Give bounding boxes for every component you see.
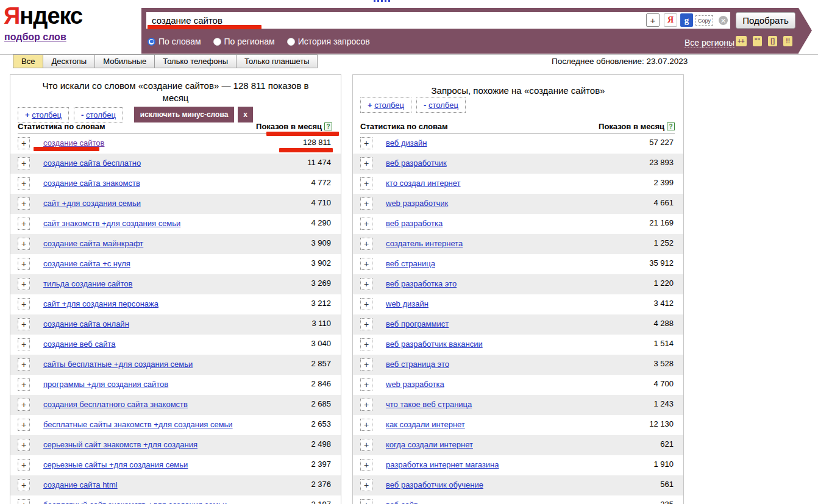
keyword-link[interactable]: веб дизайн (386, 138, 427, 147)
expand-plus-button[interactable]: + (360, 439, 372, 451)
keyword-link[interactable]: веб разработка (386, 219, 443, 228)
expand-plus-button[interactable]: + (18, 399, 30, 411)
expand-plus-button[interactable]: + (360, 479, 372, 491)
expand-plus-button[interactable]: + (18, 157, 30, 169)
keyword-link[interactable]: сайт знакомств +для создания семьи (43, 219, 180, 228)
keyword-link[interactable]: когда создали интернет (386, 440, 473, 449)
keyword-link[interactable]: как создали интернет (386, 420, 465, 429)
keyword-link[interactable]: создание веб сайта (43, 339, 115, 349)
expand-plus-button[interactable]: + (360, 298, 372, 310)
remove-column-button[interactable]: - столбец (416, 98, 466, 113)
expand-plus-button[interactable]: + (360, 338, 372, 350)
keyword-link[interactable]: кто создал интернет (386, 179, 461, 188)
expand-plus-button[interactable]: + (360, 278, 372, 290)
search-mode-radio[interactable]: По регионам (213, 37, 275, 46)
clear-input-icon[interactable]: ✕ (719, 16, 728, 25)
operator-button[interactable]: !! (783, 36, 792, 46)
expand-plus-button[interactable]: + (18, 499, 30, 504)
operator-button[interactable]: "" (753, 36, 762, 46)
keyword-link[interactable]: серьезный сайт знакомств +для создания (43, 440, 197, 449)
expand-plus-button[interactable]: + (360, 419, 372, 431)
expand-plus-button[interactable]: + (18, 419, 30, 431)
expand-plus-button[interactable]: + (18, 137, 30, 149)
device-tab[interactable]: Только телефоны (154, 54, 237, 68)
expand-plus-button[interactable]: + (18, 197, 30, 210)
expand-plus-button[interactable]: + (360, 358, 372, 371)
expand-plus-button[interactable]: + (18, 479, 30, 491)
keyword-link[interactable]: веб разработчик обучение (386, 480, 483, 489)
add-extension-icon[interactable]: + (646, 13, 660, 27)
expand-plus-button[interactable]: + (360, 238, 372, 250)
expand-plus-button[interactable]: + (360, 157, 372, 169)
keyword-link[interactable]: веб разработка это (386, 279, 457, 288)
keyword-link[interactable]: веб программист (386, 319, 449, 328)
yandex-logo[interactable]: Яндекс (4, 4, 82, 28)
keyword-link[interactable]: веб страница (386, 259, 435, 268)
expand-plus-button[interactable]: + (18, 378, 30, 391)
keyword-link[interactable]: создание сайта онлайн (43, 319, 129, 328)
keyword-link[interactable]: web дизайн (386, 299, 429, 308)
operator-button[interactable]: ++ (736, 36, 747, 46)
expand-plus-button[interactable]: + (18, 439, 30, 451)
device-tab[interactable]: Все (13, 54, 43, 68)
expand-plus-button[interactable]: + (18, 358, 30, 371)
search-mode-radio[interactable]: По словам (148, 37, 201, 46)
expand-plus-button[interactable]: + (18, 459, 30, 471)
keyword-link[interactable]: программы +для создания сайтов (43, 380, 168, 389)
expand-plus-button[interactable]: + (360, 459, 372, 471)
keyword-link[interactable]: веб сайт (386, 500, 418, 504)
expand-plus-button[interactable]: + (18, 278, 30, 290)
expand-plus-button[interactable]: + (18, 338, 30, 350)
copy-button[interactable]: Copy (695, 15, 713, 26)
expand-plus-button[interactable]: + (18, 238, 30, 250)
expand-plus-button[interactable]: + (360, 137, 372, 149)
expand-plus-button[interactable]: + (18, 298, 30, 310)
wordstat-service-link[interactable]: подбор слов (4, 32, 66, 43)
add-column-button[interactable]: + столбец (360, 98, 411, 113)
remove-column-button[interactable]: - столбец (74, 107, 123, 122)
expand-plus-button[interactable]: + (360, 258, 372, 270)
keyword-link[interactable]: создание сайта html (43, 480, 118, 489)
search-mode-radio[interactable]: История запросов (287, 37, 370, 46)
expand-plus-button[interactable]: + (18, 318, 30, 330)
device-tab[interactable]: Десктопы (43, 54, 95, 68)
expand-plus-button[interactable]: + (360, 318, 372, 330)
expand-plus-button[interactable]: + (18, 218, 30, 230)
keyword-link[interactable]: сайт +для создания семьи (43, 199, 141, 208)
add-column-button[interactable]: + столбец (18, 107, 69, 122)
expand-plus-button[interactable]: + (360, 177, 372, 190)
all-regions-link[interactable]: Все регионы (685, 38, 734, 48)
keyword-link[interactable]: веб страница это (386, 360, 449, 369)
keyword-link[interactable]: сайт +для создания персонажа (43, 299, 158, 308)
expand-plus-button[interactable]: + (360, 218, 372, 230)
device-tab[interactable]: Только планшеты (236, 54, 318, 68)
keyword-link[interactable]: создание сайтов (43, 138, 104, 147)
keyword-link[interactable]: сайты бесплатные +для создания семьи (43, 360, 193, 369)
keyword-link[interactable]: создание сайта майнкрафт (43, 239, 143, 248)
keyword-link[interactable]: создание сайта бесплатно (43, 158, 141, 168)
expand-plus-button[interactable]: + (360, 378, 372, 391)
keyword-link[interactable]: создание сайта +с нуля (43, 259, 130, 268)
help-icon[interactable]: ? (667, 122, 675, 130)
expand-plus-button[interactable]: + (18, 258, 30, 270)
keyword-link[interactable]: что такое веб страница (386, 400, 472, 409)
google-extension-icon[interactable]: g (680, 13, 693, 27)
yandex-extension-icon[interactable]: Я (664, 13, 677, 27)
operator-button[interactable]: [] (768, 36, 777, 46)
keyword-link[interactable]: серьезные сайты +для создания семьи (43, 460, 188, 469)
keyword-link[interactable]: бесплатные сайты знакомств +для создания… (43, 420, 233, 429)
help-icon[interactable]: ? (324, 122, 332, 130)
keyword-link[interactable]: разработка интернет магазина (386, 460, 499, 469)
keyword-link[interactable]: бесплатный сайт знакомств +для создания … (43, 500, 227, 504)
keyword-link[interactable]: создание сайта знакомств (43, 179, 140, 188)
keyword-link[interactable]: web разработчик (386, 199, 448, 208)
expand-plus-button[interactable]: + (18, 177, 30, 190)
exclude-minus-words-button[interactable]: исключить минус-слова (134, 107, 234, 122)
expand-plus-button[interactable]: + (360, 197, 372, 210)
expand-plus-button[interactable]: + (360, 399, 372, 411)
keyword-link[interactable]: web разработка (386, 380, 444, 389)
keyword-link[interactable]: создатель интернета (386, 239, 463, 248)
keyword-link[interactable]: создания бесплатного сайта знакомств (43, 400, 188, 409)
keyword-link[interactable]: тильда создание сайтов (43, 279, 132, 288)
submit-button[interactable]: Подобрать (736, 12, 795, 29)
